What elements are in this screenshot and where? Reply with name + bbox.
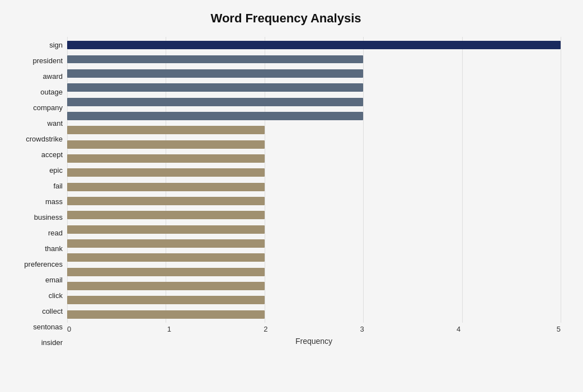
y-label: want — [11, 120, 63, 127]
bar-row — [67, 265, 561, 279]
bar — [67, 253, 265, 262]
x-tick: 4 — [453, 325, 464, 333]
bar — [67, 112, 363, 120]
bar-row — [67, 152, 561, 166]
bars-area — [67, 37, 561, 323]
x-tick: 3 — [356, 325, 368, 333]
bar-row — [67, 293, 561, 307]
bar — [67, 183, 265, 191]
bar — [67, 211, 265, 219]
bar — [67, 126, 265, 134]
y-label: insider — [11, 339, 63, 346]
bar-row — [67, 123, 561, 137]
y-label: thank — [11, 245, 63, 252]
bar-row — [67, 208, 561, 222]
bar — [67, 197, 265, 205]
y-label: collect — [11, 308, 63, 315]
chart-title: Word Frequency Analysis — [11, 11, 561, 26]
bar-row — [67, 95, 561, 108]
bar — [67, 296, 265, 304]
y-label: preferences — [11, 261, 63, 268]
bar — [67, 310, 265, 319]
bar — [67, 239, 265, 248]
y-label: epic — [11, 167, 63, 174]
bars-and-xaxis: 012345 Frequency — [67, 37, 561, 351]
bar — [67, 268, 265, 276]
bar-row — [67, 109, 561, 123]
x-tick: 0 — [67, 325, 78, 333]
y-label: click — [11, 292, 63, 299]
bar — [67, 55, 363, 64]
bar-row — [67, 308, 561, 322]
chart-container: Word Frequency Analysis signpresidentawa… — [0, 0, 583, 392]
bar — [67, 98, 363, 106]
y-label: mass — [11, 198, 63, 205]
y-label: read — [11, 229, 63, 237]
y-label: business — [11, 214, 63, 221]
y-label: crowdstrike — [11, 135, 63, 143]
bar — [67, 225, 265, 234]
y-labels: signpresidentawardoutagecompanywantcrowd… — [11, 37, 67, 351]
y-label: sentonas — [11, 323, 63, 330]
bar — [67, 41, 561, 49]
bar-row — [67, 166, 561, 180]
bar-row — [67, 222, 561, 236]
bar-row — [67, 81, 561, 95]
bar-row — [67, 251, 561, 265]
bar-row — [67, 67, 561, 81]
grid-line — [561, 37, 561, 323]
bar-row — [67, 279, 561, 293]
y-label: fail — [11, 182, 63, 190]
y-label: sign — [11, 41, 63, 49]
bar — [67, 140, 265, 149]
y-label: company — [11, 104, 63, 111]
bar — [67, 154, 265, 163]
x-axis-label: Frequency — [67, 337, 561, 346]
bars-inner — [67, 37, 561, 323]
x-ticks: 012345 — [67, 323, 561, 333]
y-label: accept — [11, 151, 63, 158]
x-tick: 1 — [163, 325, 175, 333]
bar-row — [67, 180, 561, 193]
y-label: outage — [11, 88, 63, 96]
bar-row — [67, 137, 561, 151]
bar — [67, 168, 265, 177]
y-label: award — [11, 73, 63, 80]
bar-row — [67, 194, 561, 208]
bar — [67, 282, 265, 290]
x-axis: 012345 Frequency — [67, 323, 561, 351]
x-tick: 5 — [549, 325, 561, 333]
x-tick: 2 — [260, 325, 271, 333]
chart-area: signpresidentawardoutagecompanywantcrowd… — [11, 37, 561, 351]
bar-row — [67, 38, 561, 52]
y-label: email — [11, 276, 63, 284]
y-label: president — [11, 57, 63, 64]
bar-row — [67, 52, 561, 66]
bar — [67, 83, 363, 92]
bar — [67, 69, 363, 78]
bar-row — [67, 237, 561, 251]
